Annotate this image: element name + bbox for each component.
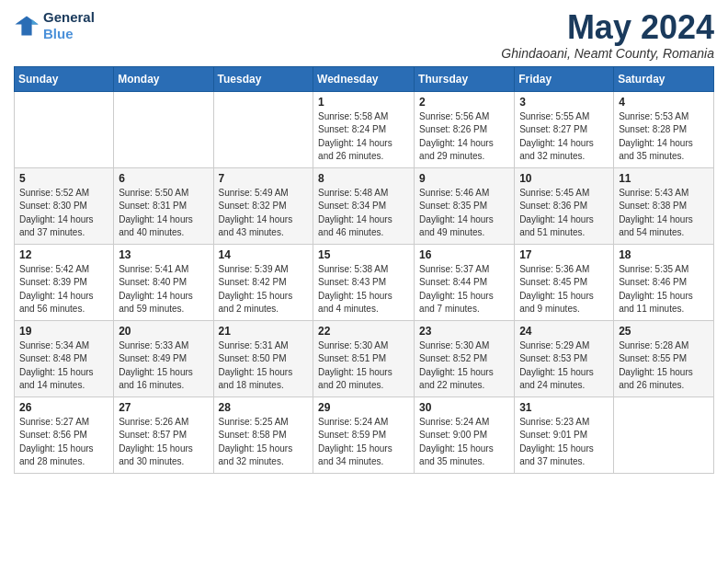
day-number: 3 [519, 96, 609, 109]
logo: General Blue [14, 9, 95, 42]
calendar-cell: 27Sunrise: 5:26 AM Sunset: 8:57 PM Dayli… [114, 396, 213, 473]
day-info: Sunrise: 5:30 AM Sunset: 8:51 PM Dayligh… [318, 339, 409, 393]
day-info: Sunrise: 5:48 AM Sunset: 8:34 PM Dayligh… [318, 187, 409, 240]
day-number: 8 [318, 172, 409, 185]
day-number: 30 [419, 401, 509, 414]
day-info: Sunrise: 5:24 AM Sunset: 8:59 PM Dayligh… [318, 416, 409, 469]
calendar-cell: 24Sunrise: 5:29 AM Sunset: 8:53 PM Dayli… [515, 320, 614, 396]
calendar-cell: 9Sunrise: 5:46 AM Sunset: 8:35 PM Daylig… [415, 167, 515, 244]
weekday-header-friday: Friday [515, 66, 614, 91]
calendar-cell: 17Sunrise: 5:36 AM Sunset: 8:45 PM Dayli… [515, 244, 614, 320]
day-info: Sunrise: 5:28 AM Sunset: 8:55 PM Dayligh… [619, 339, 709, 393]
day-info: Sunrise: 5:38 AM Sunset: 8:43 PM Dayligh… [318, 263, 409, 316]
day-number: 21 [219, 325, 309, 338]
day-number: 9 [419, 172, 509, 185]
calendar-cell: 20Sunrise: 5:33 AM Sunset: 8:49 PM Dayli… [114, 320, 213, 396]
logo-icon [14, 13, 40, 39]
logo-text: General Blue [43, 9, 95, 42]
calendar-cell: 29Sunrise: 5:24 AM Sunset: 8:59 PM Dayli… [313, 396, 415, 473]
month-title: May 2024 [501, 9, 714, 46]
calendar-cell: 6Sunrise: 5:50 AM Sunset: 8:31 PM Daylig… [114, 167, 213, 244]
day-info: Sunrise: 5:37 AM Sunset: 8:44 PM Dayligh… [419, 263, 509, 316]
day-info: Sunrise: 5:50 AM Sunset: 8:31 PM Dayligh… [119, 187, 208, 240]
weekday-header-wednesday: Wednesday [313, 66, 415, 91]
day-number: 17 [519, 248, 609, 261]
day-info: Sunrise: 5:39 AM Sunset: 8:42 PM Dayligh… [219, 263, 309, 316]
day-info: Sunrise: 5:53 AM Sunset: 8:28 PM Dayligh… [619, 110, 709, 164]
calendar-week-3: 12Sunrise: 5:42 AM Sunset: 8:39 PM Dayli… [15, 244, 714, 320]
calendar-cell: 7Sunrise: 5:49 AM Sunset: 8:32 PM Daylig… [213, 167, 313, 244]
day-number: 25 [619, 325, 709, 338]
calendar-cell: 25Sunrise: 5:28 AM Sunset: 8:55 PM Dayli… [614, 320, 714, 396]
calendar-cell: 1Sunrise: 5:58 AM Sunset: 8:24 PM Daylig… [313, 91, 415, 167]
calendar-cell: 2Sunrise: 5:56 AM Sunset: 8:26 PM Daylig… [415, 91, 515, 167]
day-info: Sunrise: 5:45 AM Sunset: 8:36 PM Dayligh… [519, 187, 609, 240]
day-info: Sunrise: 5:36 AM Sunset: 8:45 PM Dayligh… [519, 263, 609, 316]
day-number: 5 [19, 172, 108, 185]
weekday-header-monday: Monday [114, 66, 213, 91]
day-number: 15 [318, 248, 409, 261]
page-header: General Blue May 2024 Ghindaoani, Neamt … [14, 9, 714, 61]
day-info: Sunrise: 5:43 AM Sunset: 8:38 PM Dayligh… [619, 187, 709, 240]
day-number: 1 [318, 96, 409, 109]
calendar-cell [15, 91, 114, 167]
calendar-cell: 31Sunrise: 5:23 AM Sunset: 9:01 PM Dayli… [515, 396, 614, 473]
day-number: 24 [519, 325, 609, 338]
day-info: Sunrise: 5:25 AM Sunset: 8:58 PM Dayligh… [219, 416, 309, 469]
day-number: 29 [318, 401, 409, 414]
location: Ghindaoani, Neamt County, Romania [501, 46, 714, 61]
calendar-cell: 28Sunrise: 5:25 AM Sunset: 8:58 PM Dayli… [213, 396, 313, 473]
day-info: Sunrise: 5:24 AM Sunset: 9:00 PM Dayligh… [419, 416, 509, 469]
day-number: 2 [419, 96, 509, 109]
weekday-header-sunday: Sunday [15, 66, 114, 91]
day-number: 18 [619, 248, 709, 261]
day-info: Sunrise: 5:26 AM Sunset: 8:57 PM Dayligh… [119, 416, 208, 469]
calendar-cell: 22Sunrise: 5:30 AM Sunset: 8:51 PM Dayli… [313, 320, 415, 396]
calendar-cell: 8Sunrise: 5:48 AM Sunset: 8:34 PM Daylig… [313, 167, 415, 244]
day-number: 27 [119, 401, 208, 414]
calendar-cell: 12Sunrise: 5:42 AM Sunset: 8:39 PM Dayli… [15, 244, 114, 320]
day-info: Sunrise: 5:27 AM Sunset: 8:56 PM Dayligh… [19, 416, 108, 469]
calendar-cell: 5Sunrise: 5:52 AM Sunset: 8:30 PM Daylig… [15, 167, 114, 244]
day-number: 4 [619, 96, 709, 109]
calendar-cell: 30Sunrise: 5:24 AM Sunset: 9:00 PM Dayli… [415, 396, 515, 473]
calendar-table: SundayMondayTuesdayWednesdayThursdayFrid… [14, 66, 714, 474]
calendar-cell: 11Sunrise: 5:43 AM Sunset: 8:38 PM Dayli… [614, 167, 714, 244]
day-info: Sunrise: 5:29 AM Sunset: 8:53 PM Dayligh… [519, 339, 609, 393]
day-number: 10 [519, 172, 609, 185]
day-number: 26 [19, 401, 108, 414]
calendar-cell: 14Sunrise: 5:39 AM Sunset: 8:42 PM Dayli… [213, 244, 313, 320]
weekday-header-saturday: Saturday [614, 66, 714, 91]
weekday-header-row: SundayMondayTuesdayWednesdayThursdayFrid… [15, 66, 714, 91]
day-info: Sunrise: 5:34 AM Sunset: 8:48 PM Dayligh… [19, 339, 108, 393]
calendar-cell: 4Sunrise: 5:53 AM Sunset: 8:28 PM Daylig… [614, 91, 714, 167]
svg-marker-0 [15, 17, 38, 36]
calendar-cell [213, 91, 313, 167]
calendar-cell: 19Sunrise: 5:34 AM Sunset: 8:48 PM Dayli… [15, 320, 114, 396]
calendar-cell: 13Sunrise: 5:41 AM Sunset: 8:40 PM Dayli… [114, 244, 213, 320]
day-number: 13 [119, 248, 208, 261]
weekday-header-tuesday: Tuesday [213, 66, 313, 91]
day-number: 12 [19, 248, 108, 261]
day-number: 23 [419, 325, 509, 338]
day-number: 20 [119, 325, 208, 338]
day-number: 28 [219, 401, 309, 414]
day-info: Sunrise: 5:30 AM Sunset: 8:52 PM Dayligh… [419, 339, 509, 393]
calendar-cell: 15Sunrise: 5:38 AM Sunset: 8:43 PM Dayli… [313, 244, 415, 320]
calendar-week-2: 5Sunrise: 5:52 AM Sunset: 8:30 PM Daylig… [15, 167, 714, 244]
day-info: Sunrise: 5:55 AM Sunset: 8:27 PM Dayligh… [519, 110, 609, 164]
day-number: 6 [119, 172, 208, 185]
calendar-cell: 18Sunrise: 5:35 AM Sunset: 8:46 PM Dayli… [614, 244, 714, 320]
calendar-week-4: 19Sunrise: 5:34 AM Sunset: 8:48 PM Dayli… [15, 320, 714, 396]
svg-marker-1 [32, 19, 39, 25]
calendar-cell [114, 91, 213, 167]
calendar-cell: 16Sunrise: 5:37 AM Sunset: 8:44 PM Dayli… [415, 244, 515, 320]
day-info: Sunrise: 5:31 AM Sunset: 8:50 PM Dayligh… [219, 339, 309, 393]
day-number: 11 [619, 172, 709, 185]
day-info: Sunrise: 5:52 AM Sunset: 8:30 PM Dayligh… [19, 187, 108, 240]
calendar-week-5: 26Sunrise: 5:27 AM Sunset: 8:56 PM Dayli… [15, 396, 714, 473]
day-info: Sunrise: 5:33 AM Sunset: 8:49 PM Dayligh… [119, 339, 208, 393]
title-section: May 2024 Ghindaoani, Neamt County, Roman… [501, 9, 714, 61]
weekday-header-thursday: Thursday [415, 66, 515, 91]
day-number: 7 [219, 172, 309, 185]
